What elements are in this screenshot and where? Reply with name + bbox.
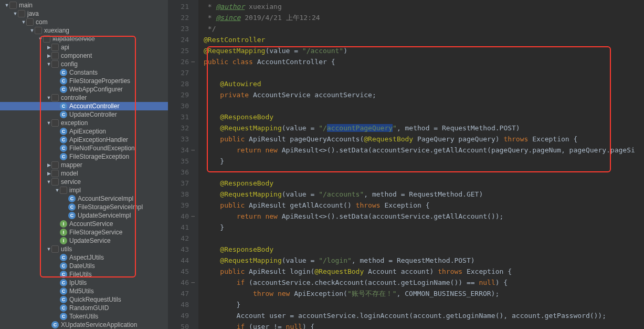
tree-node-api[interactable]: api (0, 43, 168, 52)
chevron-down-icon[interactable] (46, 94, 51, 102)
project-tree[interactable]: mainjavacomxuexiangxupdateserviceapicomp… (0, 0, 168, 329)
tree-node-java[interactable]: java (0, 9, 168, 18)
code-line[interactable] (204, 100, 644, 111)
code-line[interactable]: @RestController (204, 34, 644, 45)
chevron-down-icon[interactable] (13, 9, 18, 18)
tree-node-dateutils[interactable]: DateUtils (0, 262, 168, 270)
tree-node-updateservice[interactable]: UpdateService (0, 237, 168, 245)
code-line[interactable]: public ApiResult getAllAccount() throws … (204, 200, 644, 211)
code-line[interactable]: public ApiResult pageQueryAccounts(@Requ… (204, 133, 644, 145)
code-line[interactable]: @ResponseBody (204, 244, 644, 255)
tree-node-accountserviceimpl[interactable]: AccountServiceImpl (0, 194, 168, 203)
code-line[interactable]: * @author xuexiang (204, 1, 644, 12)
tree-node-xupdateserviceapplication[interactable]: XUpdateServiceApplication (0, 321, 168, 329)
tree-node-exception[interactable]: exception (0, 119, 168, 127)
chevron-down-icon[interactable] (46, 178, 51, 186)
folder-icon (18, 10, 25, 17)
code-line[interactable]: public class AccountController { (204, 56, 644, 67)
code-line[interactable]: throw new ApiException("账号不存在！", COMMON_… (204, 288, 644, 299)
code-line[interactable] (204, 67, 644, 78)
line-number: 39 (168, 200, 198, 211)
tree-node-randomguid[interactable]: RandomGUID (0, 304, 168, 312)
code-line[interactable]: Account user = accountService.loginAccou… (204, 310, 644, 321)
code-line[interactable]: @RequestMapping(value = "/login", method… (204, 255, 644, 266)
code-line[interactable]: return new ApiResult<>().setData(account… (204, 145, 644, 156)
chevron-down-icon[interactable] (29, 26, 35, 35)
tree-node-service[interactable]: service (0, 178, 168, 186)
line-number: 34 (168, 145, 198, 156)
code-line[interactable]: } (204, 222, 644, 233)
code-line[interactable]: public ApiResult login(@RequestBody Acco… (204, 266, 644, 277)
code-line[interactable]: } (204, 156, 644, 167)
tree-node-controller[interactable]: controller (0, 94, 168, 102)
chevron-down-icon[interactable] (46, 119, 51, 127)
code-line[interactable]: if (user != null) { (204, 321, 644, 329)
code-line[interactable]: @RequestMapping(value = "/accountPageQue… (204, 122, 644, 133)
cls-icon (68, 212, 76, 219)
tree-node-xupdateservice[interactable]: xupdateservice (0, 35, 168, 43)
chevron-down-icon[interactable] (55, 186, 60, 194)
tree-node-updateserviceimpl[interactable]: UpdateServiceImpl (0, 211, 168, 220)
code-line[interactable]: if (accountService.checkAccount(account.… (204, 277, 644, 288)
code-line[interactable]: * @since 2019/4/21 上午12:24 (204, 12, 644, 23)
tree-node-filestorageserviceimpl[interactable]: FileStorageServiceImpl (0, 203, 168, 211)
tree-node-filenotfoundexception[interactable]: FileNotFoundException (0, 144, 168, 152)
tree-node-impl[interactable]: impl (0, 186, 168, 194)
code-editor[interactable]: 2122232425262728293031323334353637383940… (168, 0, 644, 329)
code-line[interactable]: @RequestMapping(value = "/accounts", met… (204, 189, 644, 200)
code-line[interactable]: return new ApiResult<>().setData(account… (204, 211, 644, 222)
chevron-right-icon[interactable] (46, 161, 51, 169)
tree-label: component (61, 52, 92, 60)
cls-icon (60, 145, 67, 152)
code-line[interactable]: private AccountService accountService; (204, 89, 644, 100)
tree-node-tokenutils[interactable]: TokenUtils (0, 312, 168, 321)
tree-node-xuexiang[interactable]: xuexiang (0, 26, 168, 35)
chevron-down-icon[interactable] (46, 245, 51, 253)
tree-node-aspectjutils[interactable]: AspectJUtils (0, 253, 168, 262)
code-line[interactable]: @Autowired (204, 78, 644, 89)
chevron-down-icon[interactable] (38, 35, 43, 43)
tree-node-accountservice[interactable]: AccountService (0, 220, 168, 228)
chevron-down-icon[interactable] (4, 1, 9, 9)
tree-node-filestorageproperties[interactable]: FileStorageProperties (0, 77, 168, 85)
tree-node-webappconfigurer[interactable]: WebAppConfigurer (0, 85, 168, 94)
line-number: 35 (168, 156, 198, 167)
tree-node-iputils[interactable]: IpUtils (0, 279, 168, 287)
tree-node-md5utils[interactable]: Md5Utils (0, 287, 168, 295)
tree-node-updatecontroller[interactable]: UpdateController (0, 110, 168, 119)
code-line[interactable]: @RequestMapping(value = "/account") (204, 45, 644, 56)
tree-node-component[interactable]: component (0, 52, 168, 60)
code-line[interactable]: @ResponseBody (204, 178, 644, 189)
tree-node-mapper[interactable]: mapper (0, 161, 168, 169)
tree-node-model[interactable]: model (0, 169, 168, 178)
tree-node-constants[interactable]: Constants (0, 68, 168, 77)
tree-label: Constants (69, 68, 98, 77)
chevron-down-icon[interactable] (21, 18, 26, 26)
chevron-right-icon[interactable] (46, 43, 51, 52)
tree-node-apiexception[interactable]: ApiException (0, 127, 168, 136)
line-number: 46 (168, 277, 198, 288)
line-number: 24 (168, 34, 198, 45)
chevron-down-icon[interactable] (46, 60, 51, 68)
tree-node-main[interactable]: main (0, 1, 168, 9)
tree-node-filestorageexception[interactable]: FileStorageException (0, 152, 168, 161)
code-line[interactable] (204, 167, 644, 178)
code-line[interactable]: */ (204, 23, 644, 34)
folder-icon (51, 178, 59, 186)
chevron-right-icon[interactable] (46, 52, 51, 60)
tree-node-apiexceptionhandler[interactable]: ApiExceptionHandler (0, 136, 168, 144)
tree-node-utils[interactable]: utils (0, 245, 168, 253)
line-number: 48 (168, 299, 198, 310)
code-line[interactable]: @ResponseBody (204, 111, 644, 122)
tree-node-com[interactable]: com (0, 18, 168, 26)
tree-node-fileutils[interactable]: FileUtils (0, 270, 168, 279)
code-line[interactable]: } (204, 299, 644, 310)
tree-node-quickrequestutils[interactable]: QuickRequestUtils (0, 295, 168, 304)
tree-node-config[interactable]: config (0, 60, 168, 68)
editor-code[interactable]: * @author xuexiang * @since 2019/4/21 上午… (198, 0, 644, 329)
chevron-right-icon[interactable] (46, 169, 51, 178)
code-line[interactable] (204, 233, 644, 244)
tree-node-filestorageservice[interactable]: FileStorageService (0, 228, 168, 237)
tree-node-accountcontroller[interactable]: AccountController (0, 102, 168, 110)
tree-label: FileStorageServiceImpl (78, 203, 143, 211)
